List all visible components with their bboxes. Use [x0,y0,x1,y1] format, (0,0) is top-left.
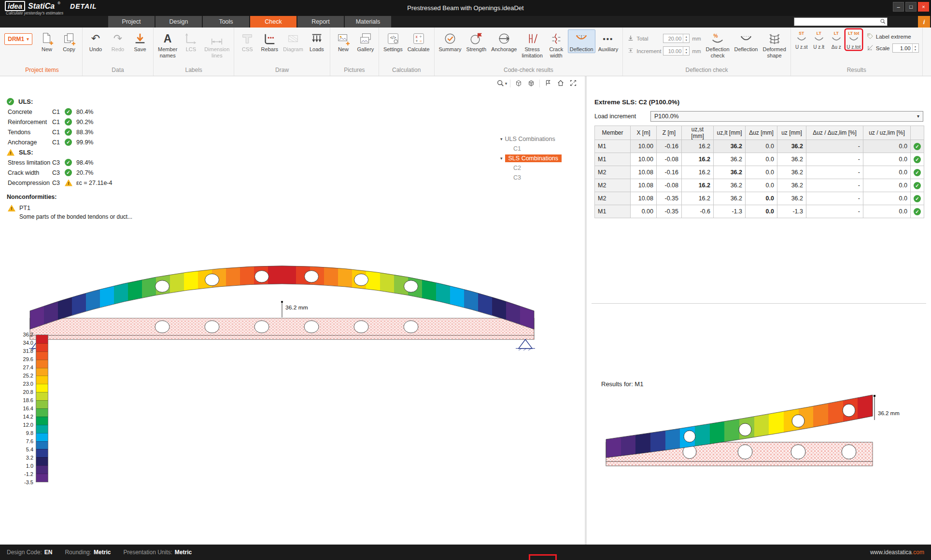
spinner-up-icon[interactable]: ▴ [915,45,916,48]
ribbon-button-anchorage[interactable]: Anchorage [489,29,519,53]
ribbon-button-copy[interactable]: Copy [58,29,80,53]
column-header[interactable]: Δuz [mm] [746,126,777,140]
project-item-selector[interactable]: DRM1▾ [4,33,32,45]
ribbon-button-label: CSS [242,46,253,53]
tree-group-sls-combinations[interactable]: ▾SLS Combinations [500,154,582,163]
ribbon-button-diagram[interactable]: Diagram [281,29,305,53]
table-cell: -0.16 [657,140,682,153]
ribbon-button-member-names[interactable]: AMember names [156,29,179,59]
table-cell: 10.08 [631,166,657,179]
load-increment-select[interactable]: P100.0% ▾ [650,111,923,122]
ribbon-button-dimension-lines[interactable]: Dimension lines [202,29,231,59]
increment-arrow-icon [627,47,634,55]
check-icon: ✓ [65,118,72,126]
legend-color-cell [36,360,48,368]
zoom-tool[interactable]: ▾ [496,78,508,89]
tab-materials[interactable]: Materials [345,16,391,28]
color-scale-legend: 36.234.031.829.627.425.223.020.818.616.4… [18,335,48,482]
column-header[interactable]: Z [m] [657,126,682,140]
ribbon-button-new[interactable]: New [36,29,57,53]
column-header[interactable]: uz,st [mm] [682,126,714,140]
legend-value: 23.0 [16,381,33,387]
ribbon-button-rebars[interactable]: Rebars [259,29,280,53]
ribbon-button-strength[interactable]: Strength [465,29,489,53]
table-cell: 36.2 [714,166,746,179]
table-row[interactable]: M210.08-0.3516.236.20.036.2-0.0✓ [595,192,924,205]
ribbon-button-gallery[interactable]: Gallery [355,29,376,53]
tab-tools[interactable]: Tools [203,16,249,28]
label-extreme-toggle[interactable]: Label extreme [867,33,919,41]
model-viewport[interactable]: ▾ ✓ULS:ConcreteC1✓80.4%ReinforcementC1✓9… [0,76,585,545]
result-toggle-u-z-lt[interactable]: LTU z.lt [811,29,827,50]
tree-item-c1[interactable]: C1 [500,144,582,154]
ribbon-button-new[interactable]: New [333,29,354,53]
collapse-icon[interactable]: ▾ [500,156,503,161]
search-input[interactable] [794,17,888,26]
ribbon-button-settings[interactable]: </>Settings [381,29,405,53]
result-toggle-u-z-st[interactable]: STU z.st [793,29,810,50]
total-spinner[interactable]: 20.00▴▾ [663,34,690,43]
ribbon-button-deflection-check[interactable]: %Deflection check [704,29,732,59]
ribbon-button-auxiliary[interactable]: •••Auxiliary [596,29,621,53]
ribbon-button-deflection[interactable]: Deflection [733,29,760,53]
column-header[interactable]: Δuz / Δuz,lim [%] [806,126,863,140]
info-button[interactable]: i [918,16,930,28]
result-toggle-u-z-tot[interactable]: LT totU z.tot [846,29,862,50]
spinner-down-icon[interactable]: ▾ [915,48,916,52]
spinner-label: Total [636,36,661,42]
tree-group-uls-combinations[interactable]: ▾ULS Combinations [500,134,582,144]
ribbon-button-deformed-shape[interactable]: Deformed shape [761,29,788,59]
result-toggle-u-z[interactable]: LTΔu z [828,29,845,50]
ribbon-button-redo[interactable]: ↷Redo [107,29,128,53]
tree-item-c3[interactable]: C3 [500,173,582,182]
ribbon-button-deflection[interactable]: Deflection [568,29,595,53]
table-row[interactable]: M110.00-0.0816.236.20.036.2-0.0✓ [595,153,924,166]
tree-item-c2[interactable]: C2 [500,163,582,173]
legend-color-cell [36,376,48,384]
table-cell: 0.0 [863,179,911,192]
labels-tool[interactable] [542,78,554,89]
website-link[interactable]: www.ideastatica.com [870,549,924,556]
table-row[interactable]: M110.00-0.1616.236.20.036.2-0.0✓ [595,140,924,153]
column-header[interactable]: Member [595,126,631,140]
maximize-button[interactable]: □ [905,2,917,12]
home-tool[interactable] [555,78,566,89]
ribbon-button-stress-limitation[interactable]: Stress limitation [520,29,544,59]
tab-design[interactable]: Design [155,16,202,28]
table-row[interactable]: M210.08-0.1616.236.20.036.2-0.0✓ [595,166,924,179]
check-icon: ✓ [65,139,72,146]
spinner-down-icon[interactable]: ▾ [686,51,687,55]
ribbon-button-calculate[interactable]: x÷+=Calculate [406,29,432,53]
table-row[interactable]: M210.08-0.0816.236.20.036.2-0.0✓ [595,179,924,192]
check-icon: ✓ [65,159,72,166]
table-cell-status: ✓ [911,179,924,192]
ribbon-button-css[interactable]: CSS [237,29,258,53]
fit-tool[interactable] [567,78,579,89]
column-header[interactable]: uz,lt [mm] [714,126,746,140]
close-button[interactable]: × [918,2,929,12]
scale-spinner[interactable]: 1.00▴▾ [892,43,919,53]
isometric-tool[interactable] [513,78,524,89]
svg-text:+: + [415,39,418,43]
collapse-icon[interactable]: ▾ [500,137,503,141]
tab-project[interactable]: Project [108,16,155,28]
tab-check[interactable]: Check [250,16,296,28]
column-header[interactable]: uz / uz,lim [%] [863,126,911,140]
spinner-up-icon[interactable]: ▴ [686,48,687,51]
spinner-down-icon[interactable]: ▾ [686,39,687,42]
ribbon-button-save[interactable]: Save [129,29,151,53]
ribbon-button-crack-width[interactable]: Crack width [546,29,567,59]
table-row[interactable]: M10.00-0.35-0.6-1.30.0-1.3-0.0✓ [595,205,924,218]
column-header[interactable]: uz [mm] [777,126,806,140]
minimize-button[interactable]: – [893,2,904,12]
ribbon-button-loads[interactable]: Loads [306,29,327,53]
tab-report[interactable]: Report [297,16,344,28]
spinner-up-icon[interactable]: ▴ [686,35,687,39]
ribbon-button-undo[interactable]: ↶Undo [85,29,106,53]
ribbon-button-label: Undo [89,46,102,53]
increment-spinner[interactable]: 10.00▴▾ [663,46,690,56]
ribbon-button-summary[interactable]: Summary [437,29,464,53]
column-header[interactable]: X [m] [631,126,657,140]
ribbon-button-lcs[interactable]: LCS [180,29,201,53]
shaded-tool[interactable] [525,78,537,89]
